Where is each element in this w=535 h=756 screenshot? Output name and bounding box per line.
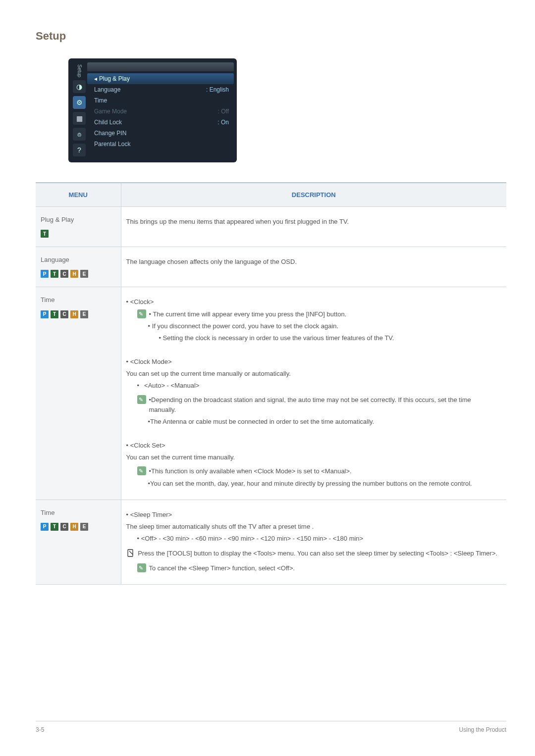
osd-row: Game Mode: Off [87,106,234,117]
table-row: Time P T C H E • <Sleep Timer> The sleep… [36,500,506,585]
note-text: •This function is only available when <C… [149,467,352,475]
clock-heading: • <Clock> [126,297,502,307]
column-header-description: DESCRIPTION [121,183,506,207]
mode-badges: P T C H E [41,310,116,318]
mode-badge: T [41,230,49,238]
osd-sidebar-icon: ⌾ [73,128,86,141]
note-icon [137,395,146,404]
mode-badge: E [80,523,88,531]
mode-badge: C [60,310,68,318]
osd-row: Child Lock: On [87,117,234,128]
description-text: The sleep timer automatically shuts off … [126,522,502,532]
mode-badge: P [41,523,49,531]
mode-badge: P [41,270,49,278]
mode-badge: C [60,270,68,278]
osd-topbar [87,62,234,71]
menu-name: Language [41,255,116,265]
note-icon [137,309,146,318]
mode-badges: P T C H E [41,270,116,278]
description-text: You can set up the current time manually… [126,369,502,379]
mode-badge: E [80,270,88,278]
osd-row: Language: English [87,84,234,95]
menu-name: Time [41,508,116,518]
menu-name: Time [41,295,116,305]
mode-badge: T [51,310,58,318]
note-text: To cancel the <Sleep Timer> function, se… [149,564,295,572]
footer-page-number: 3-5 [36,726,44,733]
table-row: Language P T C H E The language chosen a… [36,247,506,287]
osd-side-label: Setup [77,64,82,77]
note-icon [137,563,146,572]
description-text: This brings up the menu items that appea… [126,217,502,227]
osd-row: Change PIN [87,128,234,139]
osd-sidebar-icon: ◑ [73,80,86,93]
options-text: <Auto> - <Manual> [137,381,502,391]
svg-rect-0 [128,550,133,556]
table-row: Time P T C H E • <Clock> • The current t… [36,287,506,500]
note-text: • The current time will appear every tim… [149,310,347,318]
menu-name: Plug & Play [41,215,116,225]
mode-badge: P [41,310,49,318]
note-text: • Setting the clock is necessary in orde… [126,333,502,343]
tools-icon [126,549,134,557]
note-text: •You can set the month, day, year, hour … [126,479,502,489]
osd-sidebar-icon: ? [73,144,86,156]
osd-row: ◂Plug & Play [87,73,234,84]
mode-badge: T [51,523,58,531]
column-header-menu: MENU [36,183,121,207]
table-row: Plug & Play T This brings up the menu it… [36,207,506,247]
description-text: The language chosen affects only the lan… [126,257,502,267]
note-icon [137,466,146,475]
description-text: You can set the current time manually. [126,453,502,462]
tools-text: Press the [TOOLS] button to display the … [138,549,501,558]
osd-screenshot: Setup ◑ ⚙ ▦ ⌾ ? ◂Plug & Play Language: E… [68,58,237,162]
osd-sidebar-icon: ⚙ [73,96,86,109]
note-text: • If you disconnect the power cord, you … [126,321,502,331]
menu-description-table: MENU DESCRIPTION Plug & Play T This brin… [36,182,506,585]
mode-badge: C [60,523,68,531]
osd-row: Time [87,95,234,106]
osd-sidebar-icon: ▦ [73,112,86,125]
mode-badge: T [51,270,58,278]
mode-badge: H [70,523,78,531]
options-text: • <Off> - <30 min> - <60 min> - <90 min>… [126,534,502,544]
footer-section: Using the Product [459,726,506,733]
note-text: •Depending on the broadcast station and … [149,395,499,415]
note-text: •The Antenna or cable must be connected … [126,417,502,427]
mode-badges: T [41,230,116,238]
page-title: Setup [36,30,506,43]
osd-row: Parental Lock [87,139,234,150]
mode-badges: P T C H E [41,523,116,531]
mode-badge: H [70,270,78,278]
clock-set-heading: • <Clock Set> [126,441,502,451]
mode-badge: E [80,310,88,318]
sleep-heading: • <Sleep Timer> [126,510,502,520]
mode-badge: H [70,310,78,318]
clock-mode-heading: • <Clock Mode> [126,357,502,367]
